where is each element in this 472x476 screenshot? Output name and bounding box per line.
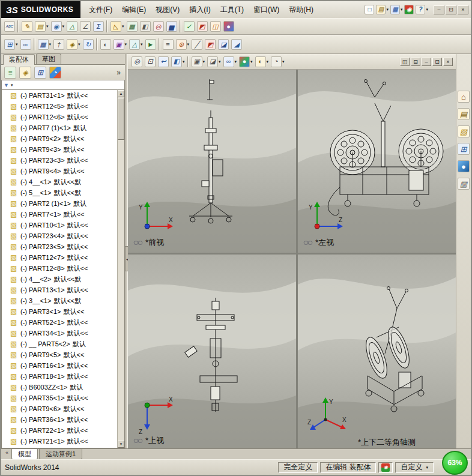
dropdown-arrow-icon[interactable]: ▾ [62, 24, 65, 29]
move-component-icon[interactable]: ◈ ▾ [66, 38, 81, 50]
pane-right-button[interactable]: ⊟ [411, 58, 420, 66]
tree-item[interactable]: ▧ (-) PART12<7> 默认<< [2, 252, 117, 263]
tree-item[interactable]: ▧ (-) PART36<1> 默认<< [2, 414, 117, 425]
dropdown-arrow-icon[interactable]: ▾ [49, 42, 52, 47]
tree-item[interactable]: ▧ (-) PART7 (1)<1> 默认 [2, 122, 117, 133]
performance-evaluation-icon[interactable]: ▅ [166, 20, 178, 32]
dropdown-arrow-icon[interactable]: ▾ [187, 42, 190, 47]
balloon-icon[interactable]: ◉ ▾ [50, 20, 65, 32]
save-icon[interactable]: ▦ ▾ [390, 4, 404, 15]
dropdown-arrow-icon[interactable]: ▾ [78, 42, 80, 47]
hide-show-items-icon[interactable]: ∞ ▾ [223, 56, 238, 68]
scroll-down-button[interactable]: ▼ [118, 441, 124, 448]
surface-finish-icon[interactable]: △ [66, 20, 78, 32]
weld-symbol-icon[interactable]: ∠ [79, 20, 91, 32]
tree-item[interactable]: ▧ (-) PART9<6> 默认<< [2, 403, 117, 414]
spellcheck-icon[interactable]: ABC [4, 20, 16, 32]
tab-scroll-button[interactable]: « [4, 449, 10, 456]
child-close-button[interactable]: × [443, 58, 453, 66]
tree-item[interactable]: ▧ (-) PART23<3> 默认<< [2, 155, 117, 166]
explode-line-sketch-icon[interactable]: ╱ [191, 38, 203, 50]
tree-item[interactable]: ▧ (-) PART9<2> 默认<< [2, 133, 117, 144]
open-folder-icon[interactable]: ▤ ▾ [375, 4, 389, 15]
previous-view-icon[interactable]: ↩ [157, 56, 169, 68]
tree-item[interactable]: ▧ (-) PART3<1> 默认<< [2, 306, 117, 317]
equations-icon[interactable]: Σ [92, 20, 104, 32]
bill-of-materials-icon[interactable]: ≡ [162, 38, 174, 50]
dropdown-arrow-icon[interactable]: ▾ [426, 465, 428, 470]
menu-item[interactable]: 插入(I) [184, 3, 215, 17]
tree-item[interactable]: ▧ (-) PART23<5> 默认<< [2, 241, 117, 252]
pane-left-button[interactable]: ◫ [400, 58, 410, 66]
tree-item[interactable]: ▧ (-) PART10<1> 默认<< [2, 220, 117, 230]
display-style-icon[interactable]: ◪ ▾ [207, 56, 222, 68]
insert-component-icon[interactable]: ⊞ ▾ [4, 38, 19, 50]
tree-item[interactable]: ▧ (-) PART35<1> 默认<< [2, 393, 117, 403]
linear-component-pattern-icon[interactable]: ▦ ▾ [37, 38, 52, 50]
panel-expand-button[interactable]: » [116, 68, 123, 77]
menu-item[interactable]: 编辑(E) [117, 3, 151, 17]
tree-item[interactable]: ▧ (-) PART12<8> 默认<< [2, 263, 117, 274]
new-motion-study-icon[interactable]: ► [145, 38, 157, 50]
rebuild-traffic-icon[interactable]: ◉ [404, 4, 414, 15]
dropdown-arrow-icon[interactable]: ▾ [46, 24, 49, 29]
mate-icon[interactable]: ∞ [20, 38, 32, 50]
tree-item[interactable]: ▧ (-) PART21<1> 默认<< [2, 436, 117, 447]
smart-fasteners-icon[interactable]: † [53, 38, 65, 50]
section-view-icon[interactable]: ◧ ▾ [171, 56, 186, 68]
design-library-icon[interactable]: ▤ [457, 107, 470, 121]
tree-item[interactable]: ▧ (-) PART18<1> 默认<< [2, 371, 117, 382]
interference-volume-icon[interactable]: ◩ [204, 38, 216, 50]
tree-item[interactable]: ▧ (-) PART23<4> 默认<< [2, 230, 117, 241]
tab-motion-study[interactable]: 运动算例1 [39, 449, 82, 460]
tree-item[interactable]: ▧ (-) PART12<6> 默认<< [2, 112, 117, 122]
viewport-isometric[interactable]: Y X Z *上下二等角轴测 [298, 255, 456, 451]
scrollbar-thumb[interactable] [118, 98, 124, 140]
dropdown-arrow-icon[interactable]: ▾ [203, 59, 205, 64]
tree-item[interactable]: ▧ (-) PART7<1> 默认<< [2, 209, 117, 220]
dropdown-arrow-icon[interactable]: ▾ [219, 59, 221, 64]
menu-item[interactable]: 视图(V) [151, 3, 184, 17]
dropdown-arrow-icon[interactable]: ▾ [235, 59, 237, 64]
zoom-area-icon[interactable]: ⊡ [144, 56, 156, 68]
help-icon[interactable]: ? ▾ [415, 4, 429, 15]
tree-item[interactable]: ▧ (-) PART12<5> 默认<< [2, 101, 117, 112]
dropdown-arrow-icon[interactable]: ▾ [122, 24, 124, 29]
tree-item[interactable]: ▧ (-) B6003ZZ<1> 默认 [2, 382, 117, 393]
tree-item[interactable]: ▧ (-) PART22<1> 默认<< [2, 425, 117, 436]
dropdown-arrow-icon[interactable]: ▾ [282, 59, 285, 64]
close-button[interactable]: × [458, 5, 468, 14]
configurationmanager-icon[interactable]: ⊞ [34, 66, 47, 79]
sensor-icon[interactable]: ◎ [153, 20, 165, 32]
check-entity-icon[interactable]: ✓ [183, 20, 195, 32]
hole-alignment-icon[interactable]: ◫ [210, 20, 222, 32]
home-icon[interactable]: ⌂ [457, 90, 470, 103]
tab-sketch[interactable]: 草图 [36, 53, 61, 64]
show-hidden-components-icon[interactable]: ◐ [100, 38, 112, 50]
custom-properties-icon[interactable]: ▥ [457, 177, 470, 190]
propertymanager-icon[interactable]: ◈ [19, 66, 32, 79]
rotate-component-icon[interactable]: ↻ [82, 38, 94, 50]
custom-dropdown[interactable]: 自定义 ▾ [395, 462, 434, 473]
dropdown-arrow-icon[interactable]: ▾ [250, 59, 253, 64]
file-explorer-icon[interactable]: ▧ [457, 125, 470, 138]
tree-item[interactable]: ▧ (-) PART16<1> 默认<< [2, 360, 117, 371]
edit-appearance-icon[interactable]: ● ▾ [238, 56, 253, 68]
zoom-fit-icon[interactable]: ◎ [131, 56, 143, 68]
tree-item[interactable]: ▧ (-) PART2 (1)<1> 默认 [2, 198, 117, 209]
dropdown-arrow-icon[interactable]: ▾ [401, 7, 403, 12]
dropdown-arrow-icon[interactable]: ▾ [11, 83, 13, 88]
note-icon[interactable]: ▤ ▾ [34, 20, 49, 32]
child-minimize-button[interactable]: – [422, 58, 431, 66]
zoom-level-badge[interactable]: 63% [442, 451, 468, 475]
dropdown-arrow-icon[interactable]: ▾ [141, 42, 143, 47]
viewport-left[interactable]: Y Z *左视 [298, 70, 456, 253]
dropdown-arrow-icon[interactable]: ▾ [16, 42, 18, 47]
dropdown-arrow-icon[interactable]: ▾ [426, 7, 428, 12]
format-painter-icon[interactable]: ✎ [21, 20, 33, 32]
menu-item[interactable]: 窗口(W) [249, 3, 284, 17]
minimize-button[interactable]: – [434, 5, 444, 14]
section-properties-icon[interactable]: ◧ [139, 20, 151, 32]
new-document-icon[interactable]: □ [364, 4, 375, 15]
tree-item[interactable]: ▧ (-) PART52<1> 默认<< [2, 317, 117, 328]
